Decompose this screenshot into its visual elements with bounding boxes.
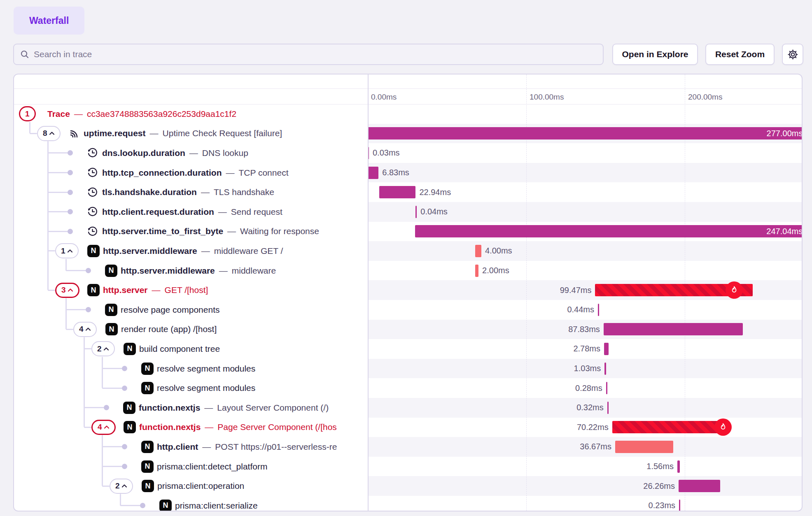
tree-node-dot	[68, 190, 73, 195]
tree-node-dot	[122, 366, 127, 371]
span-desc-text: middleware	[232, 266, 276, 276]
expand-badge[interactable]: 2	[91, 341, 115, 356]
tree-node-dot	[104, 405, 109, 410]
expand-badge[interactable]: 4	[91, 420, 116, 435]
expand-badge-count: 8	[43, 129, 47, 138]
span-description: resolve page components	[121, 300, 366, 320]
nextjs-icon: N	[124, 418, 136, 437]
span-bar-with-duration[interactable]: 277.00ms	[368, 127, 803, 139]
trace-row[interactable]: Nprisma:client:serialize0.23ms	[14, 496, 802, 511]
span-bar[interactable]	[415, 206, 417, 218]
name-desc-separator: —	[226, 168, 234, 178]
error-flame-badge[interactable]	[714, 418, 732, 436]
span-op-name: uptime.request	[84, 128, 146, 138]
expand-badge-count: 1	[25, 109, 30, 119]
expand-badge[interactable]: 2	[110, 479, 133, 494]
span-bar[interactable]	[475, 245, 481, 257]
span-bar[interactable]	[615, 441, 673, 453]
trace-waterfall-panel: 0.00ms100.00ms200.00ms1Trace—cc3ae374888…	[13, 74, 803, 511]
span-bar[interactable]	[679, 480, 720, 492]
tree-connector	[48, 192, 68, 193]
span-op-name: render route (app) /[host]	[121, 324, 217, 334]
settings-button[interactable]	[782, 44, 803, 65]
span-description: http.server—GET /[host]	[103, 280, 366, 300]
tree-connector-vertical	[65, 259, 67, 271]
span-description: http.client.request.duration—Send reques…	[102, 202, 366, 222]
span-description: build component tree	[139, 339, 366, 359]
span-bar[interactable]	[679, 500, 680, 511]
nextjs-icon: N	[105, 300, 117, 320]
trace-row[interactable]: dns.lookup.duration—DNS lookup0.03ms	[14, 143, 802, 163]
span-bar[interactable]	[598, 304, 599, 316]
span-bar-with-duration[interactable]: 247.04ms	[415, 225, 803, 237]
trace-row[interactable]: 4Nfunction.nextjs—Page Server Component …	[14, 418, 802, 437]
span-bar[interactable]	[612, 421, 723, 433]
trace-row[interactable]: Nfunction.nextjs—Layout Server Component…	[14, 398, 802, 418]
nextjs-icon: N	[159, 496, 172, 511]
span-bar[interactable]	[368, 167, 378, 179]
span-bar[interactable]	[606, 382, 607, 394]
span-op-name: dns.lookup.duration	[102, 148, 185, 158]
trace-row[interactable]: http.tcp_connection.duration—TCP connect…	[14, 163, 802, 183]
trace-row[interactable]: 2Nbuild component tree2.78ms	[14, 339, 802, 359]
span-bar[interactable]	[379, 186, 415, 198]
trace-row[interactable]: tls.handshake.duration—TLS handshake22.9…	[14, 182, 802, 202]
trace-row[interactable]: http.client.request.duration—Send reques…	[14, 202, 802, 222]
span-desc-text: Page Server Component (/[hos	[217, 422, 337, 432]
span-bar[interactable]	[677, 460, 680, 473]
search-input-wrap[interactable]	[13, 44, 604, 65]
expand-badge[interactable]: 8	[37, 126, 61, 141]
expand-badge-count: 2	[115, 481, 120, 490]
span-op-name: http.server.middleware	[103, 246, 197, 256]
row-shade	[368, 241, 802, 261]
span-description: http.server.middleware—middleware GET /	[103, 241, 366, 261]
search-input[interactable]	[34, 49, 597, 59]
trace-row[interactable]: 3Nhttp.server—GET /[host]99.47ms	[14, 280, 802, 300]
tree-node-dot	[68, 229, 73, 234]
span-op-name: function.nextjs	[139, 422, 201, 432]
trace-row[interactable]: Nresolve page components0.44ms	[14, 300, 802, 320]
trace-row[interactable]: Nresolve segment modules1.03ms	[14, 359, 802, 379]
duration-clock-icon	[87, 163, 98, 183]
tab-waterfall[interactable]: Waterfall	[14, 7, 84, 35]
trace-row[interactable]: 2Nprisma:client:operation26.26ms	[14, 476, 802, 496]
trace-row[interactable]: Nresolve segment modules0.28ms	[14, 378, 802, 398]
span-bar[interactable]	[475, 265, 478, 277]
tree-chart-divider[interactable]	[368, 74, 369, 511]
trace-row[interactable]: Nhttp.client—POST https://p01--serverles…	[14, 437, 802, 457]
trace-row[interactable]: Nhttp.server.middleware—middleware2.00ms	[14, 261, 802, 281]
expand-badge[interactable]: 4	[73, 322, 97, 337]
expand-badge[interactable]: 1	[55, 243, 79, 258]
span-duration-label: 0.04ms	[420, 202, 448, 222]
chevron-up-icon	[67, 249, 73, 253]
expand-badge[interactable]: 3	[55, 283, 79, 298]
duration-clock-icon	[87, 143, 98, 163]
axis-tick-label: 200.00ms	[688, 90, 722, 104]
trace-row[interactable]: 8uptime.request—Uptime Check Request [fa…	[14, 124, 802, 144]
tree-node-dot	[68, 170, 73, 175]
span-bar[interactable]	[604, 323, 743, 335]
trace-row[interactable]: 4Nrender route (app) /[host]87.83ms	[14, 320, 802, 339]
duration-clock-icon	[87, 182, 98, 202]
span-op-name: function.nextjs	[139, 403, 200, 413]
nextjs-icon: N	[141, 378, 154, 398]
span-op-name: prisma:client:serialize	[175, 501, 258, 511]
tree-node-dot	[122, 386, 127, 391]
trace-row[interactable]: 1Trace—cc3ae3748883563a926c253d9aa1c1f2	[14, 104, 802, 124]
span-op-name: resolve segment modules	[157, 383, 255, 393]
trace-row[interactable]: http.server.time_to_first_byte—Waiting f…	[14, 222, 802, 242]
span-bar[interactable]	[604, 343, 609, 355]
span-description: http.tcp_connection.duration—TCP connect	[102, 163, 366, 183]
span-op-name: build component tree	[139, 344, 220, 354]
trace-row[interactable]: 1Nhttp.server.middleware—middleware GET …	[14, 241, 802, 261]
trace-row[interactable]: Nprisma:client:detect_platform1.56ms	[14, 457, 802, 476]
name-desc-separator: —	[150, 128, 159, 138]
span-bar[interactable]	[604, 363, 606, 375]
expand-badge[interactable]: 1	[19, 106, 36, 121]
span-duration-label: 4.00ms	[485, 241, 512, 261]
nextjs-icon: N	[142, 476, 154, 496]
tree-node-dot	[122, 464, 127, 469]
reset-zoom-button[interactable]: Reset Zoom	[705, 44, 775, 65]
open-in-explore-button[interactable]: Open in Explore	[612, 44, 698, 65]
span-bar[interactable]	[607, 402, 609, 414]
